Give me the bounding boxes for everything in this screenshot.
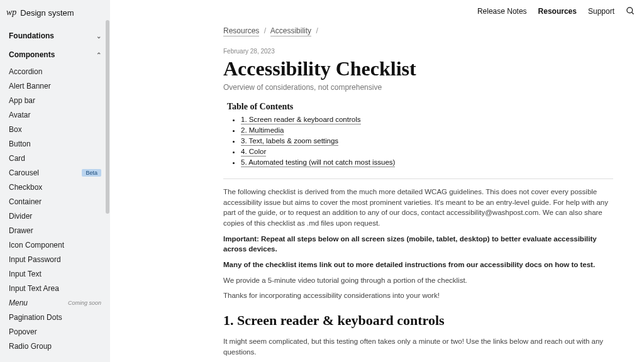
sidebar-item[interactable]: Alert Banner: [0, 79, 110, 93]
sidebar-item[interactable]: Pagination Dots: [0, 310, 110, 324]
toc-heading: Table of Contents: [227, 102, 613, 112]
sidebar-item[interactable]: Icon Component: [0, 238, 110, 252]
toc-item[interactable]: 4. Color: [241, 148, 613, 155]
intro-important: Important: Repeat all steps below on all…: [223, 234, 613, 255]
sidebar-item[interactable]: Container: [0, 194, 110, 209]
section-intro: It might seem complicated, but this test…: [223, 336, 613, 357]
sidebar-item[interactable]: Input Text Area: [0, 281, 110, 295]
sidebar-item[interactable]: Radio Group: [0, 339, 110, 353]
sidebar-item[interactable]: App bar: [0, 93, 110, 107]
sidebar-item[interactable]: Popover: [0, 324, 110, 339]
sidebar-section-label: Foundations: [9, 31, 54, 40]
sidebar-item[interactable]: Avatar: [0, 107, 110, 122]
sidebar-item[interactable]: Divider: [0, 209, 110, 223]
main-content: Resources / Accessibility / February 28,…: [223, 26, 613, 362]
page-date: February 28, 2023: [223, 48, 613, 55]
toc-item[interactable]: 3. Text, labels & zoom settings: [241, 137, 613, 145]
brand[interactable]: wp Design system: [0, 4, 110, 26]
intro-paragraph: The following checklist is derived from …: [223, 187, 613, 229]
section-heading: 1. Screen reader & keyboard controls: [223, 312, 613, 329]
sidebar-section-label: Components: [9, 50, 55, 59]
badge-beta: Beta: [82, 169, 101, 177]
chevron-down-icon: ⌄: [96, 33, 101, 40]
breadcrumb-separator: /: [316, 26, 318, 35]
sidebar: wp Design system Foundations ⌄ Component…: [0, 0, 110, 362]
sidebar-item[interactable]: Box: [0, 122, 110, 136]
sidebar-item[interactable]: CarouselBeta: [0, 165, 110, 180]
badge-coming-soon: Coming soon: [68, 300, 101, 306]
page-subtitle: Overview of considerations, not comprehe…: [223, 83, 613, 92]
toc-item[interactable]: 5. Automated testing (will not catch mos…: [241, 158, 613, 166]
sidebar-item[interactable]: Button: [0, 136, 110, 151]
sidebar-item[interactable]: Drawer: [0, 223, 110, 238]
sidebar-item[interactable]: Input Text: [0, 266, 110, 281]
page-title: Accessibility Checklist: [223, 57, 613, 80]
svg-line-1: [631, 12, 633, 14]
sidebar-item[interactable]: Checkbox: [0, 180, 110, 194]
nav-support[interactable]: Support: [588, 7, 614, 16]
breadcrumb-separator: /: [264, 26, 266, 35]
nav-release-notes[interactable]: Release Notes: [477, 7, 527, 16]
nav-resources[interactable]: Resources: [538, 7, 577, 16]
sidebar-item[interactable]: Accordion: [0, 64, 110, 79]
sidebar-list: Accordion Alert Banner App bar Avatar Bo…: [0, 64, 110, 358]
sidebar-item[interactable]: MenuComing soon: [0, 295, 110, 310]
sidebar-section-components[interactable]: Components ⌃: [0, 45, 110, 64]
breadcrumb: Resources / Accessibility /: [223, 26, 613, 35]
intro-thanks: Thanks for incorporating accessibility c…: [223, 290, 613, 301]
sidebar-item[interactable]: Input Password: [0, 252, 110, 266]
toc-item[interactable]: 2. Multimedia: [241, 126, 613, 134]
chevron-up-icon: ⌃: [96, 52, 101, 58]
svg-point-0: [627, 8, 633, 13]
intro-linkout: Many of the checklist items link out to …: [223, 260, 613, 270]
breadcrumb-link[interactable]: Accessibility: [270, 26, 311, 36]
scrollbar-track[interactable]: [105, 0, 110, 362]
top-nav: Release Notes Resources Support: [477, 0, 644, 16]
scrollbar-thumb[interactable]: [106, 20, 109, 214]
divider: [223, 178, 613, 179]
search-icon[interactable]: [626, 6, 635, 16]
breadcrumb-link[interactable]: Resources: [223, 26, 259, 36]
sidebar-item[interactable]: Card: [0, 151, 110, 165]
intro-video: We provide a 5-minute video tutorial goi…: [223, 275, 613, 286]
toc-item[interactable]: 1. Screen reader & keyboard controls: [241, 116, 613, 123]
brand-icon: wp: [6, 8, 16, 18]
sidebar-section-foundations[interactable]: Foundations ⌄: [0, 26, 110, 45]
brand-name: Design system: [20, 8, 74, 18]
toc-list: 1. Screen reader & keyboard controls 2. …: [223, 116, 613, 166]
